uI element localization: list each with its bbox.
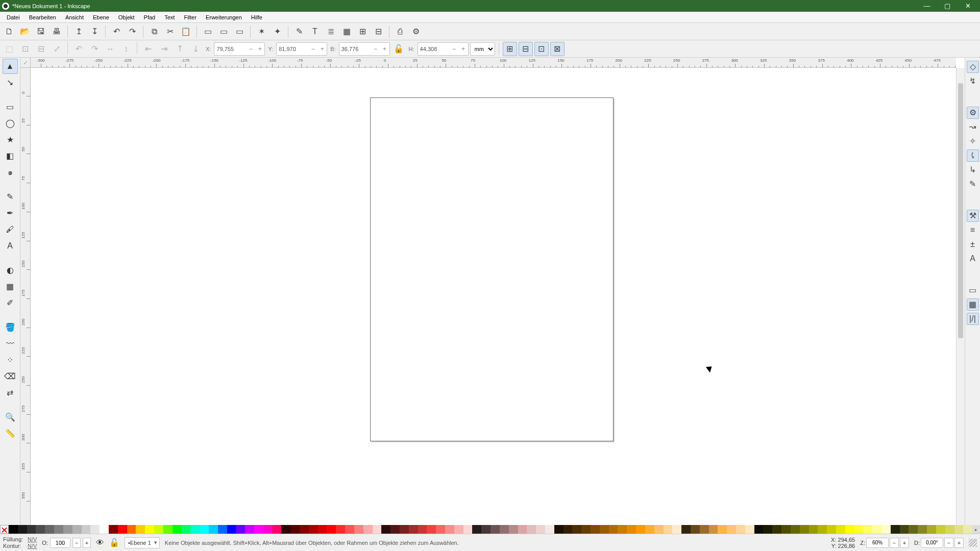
opacity-input[interactable]: [50, 538, 70, 548]
snap-toggle[interactable]: ⚒: [967, 210, 979, 222]
menu-ebene[interactable]: Ebene: [88, 13, 114, 22]
color-swatch[interactable]: [354, 525, 363, 534]
color-swatch[interactable]: [745, 525, 754, 534]
color-swatch[interactable]: [363, 525, 373, 534]
close-button[interactable]: ✕: [958, 1, 978, 12]
units-select[interactable]: mm: [470, 42, 495, 56]
color-swatch[interactable]: [572, 525, 581, 534]
color-swatch[interactable]: [109, 525, 118, 534]
color-swatch[interactable]: [263, 525, 273, 534]
snap-toggle[interactable]: ⚙: [967, 107, 979, 119]
rotation-input[interactable]: [921, 538, 943, 548]
toolbar-button[interactable]: 🖶: [50, 24, 64, 39]
color-swatch[interactable]: [318, 525, 327, 534]
snap-toggle[interactable]: ±: [967, 238, 979, 251]
color-swatch[interactable]: [754, 525, 764, 534]
scrollbar-thumb[interactable]: [958, 83, 963, 338]
color-swatch[interactable]: [445, 525, 454, 534]
color-swatch[interactable]: [954, 525, 964, 534]
toolbar-button[interactable]: ▦: [339, 24, 354, 39]
color-swatch[interactable]: [791, 525, 800, 534]
toolbar-button[interactable]: ⎙: [393, 24, 407, 39]
color-swatch[interactable]: [809, 525, 818, 534]
color-swatch[interactable]: [727, 525, 736, 534]
ruler-horizontal[interactable]: -300-275-250-225-200-175-150-125-100-75-…: [31, 58, 956, 68]
affect-toggle[interactable]: ⊡: [534, 42, 549, 56]
color-swatch[interactable]: [273, 525, 282, 534]
toolbar-button[interactable]: ↥: [71, 24, 86, 39]
color-swatch[interactable]: [200, 525, 209, 534]
toolbar-button[interactable]: ▭: [232, 24, 247, 39]
maximize-button[interactable]: ▢: [937, 1, 958, 12]
color-swatch[interactable]: [581, 525, 591, 534]
transform-button[interactable]: ⊟: [34, 42, 48, 56]
color-swatch[interactable]: [290, 525, 300, 534]
toolbar-button[interactable]: 🖫: [34, 24, 48, 39]
toolbar-button[interactable]: ⊟: [371, 24, 385, 39]
color-swatch[interactable]: [390, 525, 400, 534]
x-dec[interactable]: −: [246, 43, 255, 55]
color-swatch[interactable]: [963, 525, 972, 534]
affect-toggle[interactable]: ⊠: [550, 42, 565, 56]
toolbar-button[interactable]: ✶: [254, 24, 268, 39]
h-inc[interactable]: +: [459, 43, 468, 55]
ruler-corner[interactable]: ⤢: [20, 58, 31, 68]
color-swatch[interactable]: [636, 525, 645, 534]
color-swatch[interactable]: [409, 525, 418, 534]
color-swatch[interactable]: [309, 525, 318, 534]
transform-button[interactable]: ↷: [87, 42, 102, 56]
x-inc[interactable]: +: [255, 43, 264, 55]
color-swatch[interactable]: [245, 525, 254, 534]
transform-button[interactable]: ⬚: [2, 42, 16, 56]
minimize-button[interactable]: —: [917, 1, 937, 12]
color-swatch[interactable]: [881, 525, 891, 534]
snap-toggle[interactable]: ▦: [967, 298, 979, 311]
color-swatch[interactable]: [472, 525, 481, 534]
toolbar-button[interactable]: ✎: [292, 24, 306, 39]
y-inc[interactable]: +: [317, 43, 327, 55]
color-swatch[interactable]: [136, 525, 145, 534]
tool-mesh[interactable]: ▦: [3, 279, 18, 294]
rot-inc[interactable]: +: [954, 538, 964, 548]
tool-calligraphy[interactable]: 🖋: [3, 222, 18, 237]
toolbar-button[interactable]: 📂: [18, 24, 32, 39]
color-swatch[interactable]: [564, 525, 573, 534]
tool-gradient[interactable]: ◐: [3, 263, 18, 278]
color-swatch[interactable]: [591, 525, 600, 534]
color-swatch[interactable]: [373, 525, 382, 534]
color-swatch[interactable]: [500, 525, 509, 534]
color-swatch[interactable]: [536, 525, 545, 534]
color-swatch[interactable]: [909, 525, 918, 534]
fill-stroke-indicator[interactable]: Füllung:N/V Kontur:N/V: [3, 536, 37, 549]
layer-selector[interactable]: • Ebene 1: [125, 537, 160, 548]
snap-toggle[interactable]: ≡: [967, 224, 979, 236]
opacity-dec[interactable]: −: [72, 538, 81, 548]
snap-toggle[interactable]: ✧: [967, 135, 979, 147]
color-swatch[interactable]: [72, 525, 82, 534]
transform-button[interactable]: ⊡: [18, 42, 32, 56]
color-swatch[interactable]: [763, 525, 772, 534]
color-swatch[interactable]: [190, 525, 200, 534]
tool-pencil[interactable]: ✎: [3, 189, 18, 205]
color-swatch[interactable]: [918, 525, 927, 534]
color-swatch[interactable]: [945, 525, 954, 534]
color-swatch[interactable]: [27, 525, 36, 534]
toolbar-button[interactable]: ⚙: [409, 24, 423, 39]
layer-visibility-icon[interactable]: 👁: [96, 539, 104, 547]
color-swatch[interactable]: [609, 525, 618, 534]
menu-erweiterungen[interactable]: Erweiterungen: [201, 13, 247, 22]
color-swatch[interactable]: [45, 525, 54, 534]
toolbar-button[interactable]: ✦: [270, 24, 284, 39]
menu-ansicht[interactable]: Ansicht: [61, 13, 88, 22]
color-swatch[interactable]: [927, 525, 936, 534]
color-swatch[interactable]: [527, 525, 536, 534]
tool-measure[interactable]: 📏: [3, 426, 18, 441]
menu-bearbeiten[interactable]: Bearbeiten: [24, 13, 61, 22]
tool-star[interactable]: ★: [3, 132, 18, 147]
color-swatch[interactable]: [772, 525, 781, 534]
snap-toggle[interactable]: ↯: [967, 75, 979, 87]
transform-button[interactable]: ⤢: [50, 42, 64, 56]
tool-spiral[interactable]: ๑: [3, 165, 18, 180]
scrollbar-vertical[interactable]: [956, 68, 965, 525]
color-swatch[interactable]: [36, 525, 45, 534]
